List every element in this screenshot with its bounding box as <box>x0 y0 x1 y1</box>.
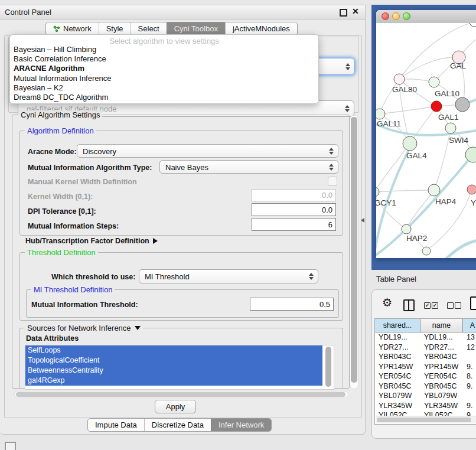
settings-horizontal-scrollbar-thumb[interactable] <box>16 392 345 397</box>
which-threshold-combobox[interactable]: MI Threshold <box>139 269 318 283</box>
network-canvas[interactable]: GAL GAL80 GAL10 GAL1 GAL11 SWI4 GAL4 GCY… <box>376 23 476 258</box>
tab-impute-data[interactable]: Impute Data <box>88 419 144 431</box>
dpi-tolerance-input[interactable] <box>252 203 336 216</box>
tab-discretize-data[interactable]: Discretize Data <box>144 419 211 431</box>
sources-group: Sources for Network Inference Data Attri… <box>19 328 343 389</box>
node-swi4[interactable] <box>445 123 456 133</box>
desktop-area: GAL GAL80 GAL10 GAL1 GAL11 SWI4 GAL4 GCY… <box>371 5 476 270</box>
aracne-mode-combobox[interactable]: Discovery <box>77 144 338 158</box>
split-columns-icon[interactable] <box>403 299 415 311</box>
tab-cyni-toolbox[interactable]: Cyni Toolbox <box>167 22 225 35</box>
algorithm-option[interactable]: Basic Correlation Inference <box>14 54 106 63</box>
settings-horizontal-scrollbar[interactable] <box>14 391 348 398</box>
zoom-traffic-icon[interactable] <box>403 12 410 20</box>
checked-checkbox-icon[interactable]: ✓ <box>424 302 431 309</box>
algorithm-option[interactable]: Mutual Information Inference <box>14 74 111 83</box>
node-y[interactable] <box>467 185 476 194</box>
table-row[interactable]: YPR145WYPR145W9. <box>375 362 476 372</box>
combo-stepper-icon <box>309 273 314 280</box>
node-hap4[interactable] <box>428 184 440 196</box>
hub-tf-section-toggle[interactable]: Hub/Transcription Factor Definition <box>25 237 158 245</box>
table-row[interactable]: YBR043CYBR043C <box>375 352 476 362</box>
threshold-definition-group: Threshold Definition Which threshold to … <box>19 252 343 321</box>
table-row[interactable]: YBL079WYBL079W <box>375 391 476 401</box>
apply-button[interactable]: Apply <box>155 400 196 413</box>
document-icon[interactable] <box>470 296 476 310</box>
combo-stepper-icon <box>329 164 334 171</box>
unchecked-checkbox-icon[interactable] <box>455 302 461 309</box>
sources-legend-toggle[interactable]: Sources for Network Inference <box>25 324 143 332</box>
node-label: GAL1 <box>438 113 459 122</box>
tab-style[interactable]: Style <box>99 22 131 35</box>
algorithm-option[interactable]: Bayesian – Hill Climbing <box>14 45 96 54</box>
combo-stepper-icon <box>345 105 350 112</box>
settings-vertical-scrollbar[interactable] <box>350 115 358 389</box>
unchecked-checkbox-icon[interactable] <box>447 302 454 309</box>
node[interactable] <box>422 247 431 255</box>
algorithm-option[interactable]: Dream8 DC_TDC Algorithm <box>14 93 108 102</box>
aracne-mode-label: Aracne Mode: <box>28 148 77 156</box>
table-row[interactable]: YDL19...YDL19...13 <box>375 332 476 343</box>
mi-steps-input[interactable] <box>252 218 336 231</box>
node-gal1[interactable] <box>431 101 442 112</box>
table-horizontal-scrollbar[interactable] <box>376 416 476 423</box>
list-item[interactable]: SelfLoops <box>25 345 322 356</box>
checked-checkbox-icon[interactable]: ✓ <box>432 302 438 309</box>
kernel-width-input[interactable] <box>252 189 336 201</box>
table-body: YDL19...YDL19...13 YDR27...YDR27...12 YB… <box>375 332 476 420</box>
bottom-tabbar: Impute Data Discretize Data Infer Networ… <box>87 418 272 432</box>
node-label: HAP4 <box>435 197 456 206</box>
list-scrollbar[interactable] <box>325 347 331 387</box>
combo-stepper-icon <box>345 63 350 70</box>
table-row[interactable]: YER054CYER054C8. <box>375 371 476 381</box>
algorithm-option-selected[interactable]: ARACNE Algorithm <box>14 64 84 73</box>
table-row[interactable]: YDR27...YDR27...12 <box>375 343 476 353</box>
aracne-mode-value: Discovery <box>83 146 116 155</box>
expanded-arrow-icon <box>135 326 141 330</box>
close-traffic-icon[interactable] <box>382 12 389 20</box>
node-gcy1[interactable] <box>376 187 379 197</box>
table-row[interactable]: YBR045CYBR045C9. <box>375 381 476 392</box>
close-icon[interactable]: ✕ <box>352 6 359 16</box>
hub-tf-label: Hub/Transcription Factor Definition <box>25 237 149 245</box>
tab-select[interactable]: Select <box>131 22 167 35</box>
column-header[interactable]: A <box>463 319 476 332</box>
node-label: GAL4 <box>406 151 427 160</box>
table-panel-window: ⚙ ✓ ✓ shared... name A YDL19...YDL19...1… <box>371 289 476 439</box>
manual-kernel-checkbox[interactable] <box>328 177 337 186</box>
column-header[interactable]: name <box>420 319 463 332</box>
column-header[interactable]: shared... <box>375 319 420 332</box>
minimize-traffic-icon[interactable] <box>392 12 400 20</box>
panel-divider-handle[interactable] <box>361 218 364 223</box>
list-item[interactable]: TopologicalCoefficient <box>25 356 322 366</box>
table-horizontal-scrollbar-thumb[interactable] <box>377 418 471 422</box>
table-row[interactable]: YLR345WYLR345W9. <box>375 401 476 411</box>
tab-jactivemnodules[interactable]: jActiveMNodules <box>225 22 297 35</box>
float-window-icon[interactable] <box>340 9 347 17</box>
node[interactable] <box>470 23 476 27</box>
network-window-titlebar <box>376 10 476 24</box>
algorithm-option[interactable]: Bayesian – K2 <box>14 83 63 92</box>
control-panel-tabbar: Network Style Select Cyni Toolbox jActiv… <box>45 22 298 35</box>
tab-infer-network[interactable]: Infer Network <box>211 419 271 431</box>
mi-type-combobox[interactable]: Naive Bayes <box>159 160 338 174</box>
tab-network[interactable]: Network <box>46 22 99 35</box>
docked-panel-icon[interactable] <box>5 442 16 450</box>
list-item[interactable]: gal4RGexp <box>25 376 322 386</box>
data-attributes-list: SelfLoops TopologicalCoefficient Between… <box>25 345 334 390</box>
list-item[interactable]: BetweennessCentrality <box>25 366 322 376</box>
node-gray[interactable] <box>455 97 470 112</box>
table-header-row: shared... name A <box>375 319 476 332</box>
manual-kernel-label: Manual Kernel Width Definition <box>28 178 137 186</box>
settings-gear-icon[interactable]: ⚙ <box>382 296 392 309</box>
settings-vertical-scrollbar-thumb[interactable] <box>351 117 357 383</box>
algorithm-definition-legend: Algorithm Definition <box>25 126 96 135</box>
node-gal11[interactable] <box>376 109 385 119</box>
mi-threshold-input[interactable] <box>250 298 334 311</box>
node-gal80[interactable] <box>394 74 405 84</box>
node-hap2[interactable] <box>402 224 411 234</box>
node-gal4[interactable] <box>403 136 417 151</box>
screen: Control Panel ✕ Network Style Select Cyn… <box>0 0 476 450</box>
node-gal10[interactable] <box>429 77 439 87</box>
control-panel-titlebar: Control Panel ✕ <box>0 5 365 19</box>
